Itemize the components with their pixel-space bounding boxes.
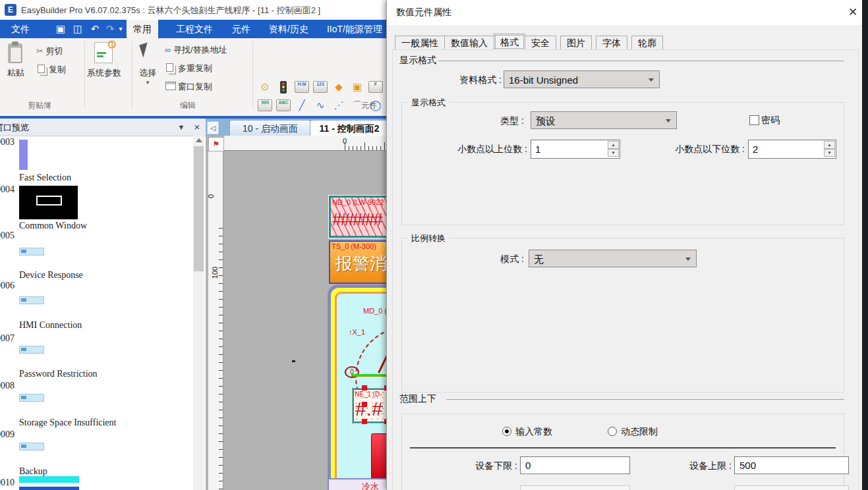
digits-right-spinner[interactable]: 2 ▲▼: [748, 140, 836, 159]
combo-button-icon[interactable]: ▣: [349, 79, 365, 95]
canvas-tab-startup[interactable]: 10 - 启动画面: [229, 120, 311, 136]
window-thumbnail[interactable]: [19, 248, 44, 256]
undo-icon[interactable]: ↶: [87, 20, 103, 38]
digits-left-spinner[interactable]: 1 ▲▼: [531, 140, 620, 159]
selection-handle[interactable]: [362, 419, 367, 424]
tab-profile[interactable]: 轮廓: [631, 36, 663, 50]
panel-collapse-icon[interactable]: ▼: [175, 121, 187, 133]
range-header: 范围上下: [399, 393, 436, 405]
ribbon-tab-iiot[interactable]: IIoT/能源管理: [318, 20, 391, 38]
input-low-input: 0.00: [520, 485, 630, 490]
system-params-icon[interactable]: ⚙: [94, 42, 113, 63]
panel-close-icon[interactable]: ×: [191, 121, 203, 133]
paste-button[interactable]: 粘贴: [3, 67, 29, 79]
paste-icon[interactable]: [8, 43, 22, 63]
window-thumbnail[interactable]: [19, 394, 44, 402]
multi-copy-icon: [166, 63, 173, 72]
traffic-light-icon[interactable]: [275, 79, 291, 95]
ribbon-tab-objects[interactable]: 元件: [223, 20, 260, 38]
meter-baseline: [351, 374, 388, 377]
mode-select[interactable]: 无: [529, 250, 697, 267]
scroll-up-icon[interactable]: [196, 138, 202, 142]
ascii-display-icon[interactable]: ABC: [275, 97, 291, 113]
data-format-select[interactable]: 16-bit Unsigned: [504, 70, 660, 88]
edit-group-label: 编辑: [168, 100, 208, 111]
tab-general[interactable]: 一般属性: [395, 36, 445, 50]
app-window: E EasyBuilder Pro V6.07.02.375s : 云林六个头蚀…: [0, 0, 868, 490]
find-replace-icon: ∞: [165, 45, 171, 55]
tab-numeric-input[interactable]: 数值输入: [444, 36, 494, 50]
lamp-icon[interactable]: ⊙: [257, 79, 273, 95]
freeform-icon[interactable]: ∿: [312, 97, 328, 113]
tab-security[interactable]: 安全: [525, 36, 556, 50]
password-checkbox[interactable]: [749, 115, 759, 125]
ribbon-tab-data[interactable]: 资料/历史: [260, 20, 318, 38]
type-select[interactable]: 预设: [531, 111, 677, 129]
ribbon-tab-project[interactable]: 工程文件: [166, 20, 223, 38]
data-format-label: 资料格式 :: [422, 74, 502, 86]
spin-down-icon[interactable]: ▼: [824, 149, 835, 157]
display-format-group: 显示格式 类型 : 预设 密码 小数点以上位数 : 1 ▲▼ 小数点以下位数 :…: [401, 102, 844, 225]
tab-format[interactable]: 格式: [494, 34, 525, 50]
system-params-button[interactable]: 系统参数: [86, 67, 123, 79]
corner-flag-icon[interactable]: ⚑: [208, 137, 224, 151]
export-icon[interactable]: ◫: [70, 20, 86, 38]
constant-radio[interactable]: [502, 427, 511, 436]
scaling-group-label: 比例转换: [408, 232, 449, 244]
qat-more-icon[interactable]: ▾: [115, 20, 126, 38]
cut-button[interactable]: ✂ 剪切: [36, 43, 63, 59]
window-thumbnail[interactable]: [19, 476, 79, 490]
preview-scrollbar[interactable]: [193, 136, 204, 490]
window-thumbnail[interactable]: [19, 346, 44, 354]
ribbon-tab-home[interactable]: 常用: [127, 20, 158, 38]
function-key-icon[interactable]: F: [368, 79, 384, 95]
select-button[interactable]: 选择: [134, 67, 161, 79]
window-name: Backup: [19, 466, 47, 477]
time-display-icon[interactable]: H:M: [294, 79, 310, 95]
preview-panel-header: 窗口预览 ▼ ×: [0, 119, 206, 136]
window-thumbnail[interactable]: [19, 140, 28, 170]
dynamic-radio-label: 动态限制: [621, 426, 658, 438]
spin-down-icon[interactable]: ▼: [608, 149, 619, 157]
selection-handle[interactable]: [362, 402, 367, 407]
polyline-icon[interactable]: ⋰: [331, 97, 347, 113]
multi-copy-button[interactable]: 多重复制: [178, 61, 212, 76]
dynamic-radio[interactable]: [608, 427, 617, 436]
select-dropdown-icon[interactable]: ▾: [134, 79, 161, 86]
find-replace-button[interactable]: ∞ 寻找/替换地址: [165, 42, 227, 58]
dialog-close-icon[interactable]: ✕: [844, 4, 861, 21]
spin-up-icon[interactable]: ▲: [608, 141, 619, 149]
right-edge-strip: [862, 0, 868, 490]
canvas-tab-control2[interactable]: 11 - 控制画面2: [310, 120, 389, 136]
select-cursor-icon[interactable]: [139, 42, 152, 57]
device-low-label: 设备下限 :: [451, 460, 517, 472]
hmi-numeric-display[interactable]: ND_0 (LW-9022 ######: [329, 196, 390, 238]
device-high-input[interactable]: 500: [734, 456, 849, 474]
tab-font[interactable]: 字体: [596, 36, 627, 50]
save-icon[interactable]: ▣: [53, 20, 69, 38]
device-low-input[interactable]: 0: [520, 456, 630, 474]
numeric-button-icon[interactable]: 123: [312, 79, 328, 95]
tab-nav-left-icon[interactable]: ◁: [207, 121, 219, 134]
selection-handle[interactable]: [362, 385, 367, 391]
clipboard-group-label: 剪贴簿: [20, 100, 59, 111]
window-copy-icon: [165, 82, 176, 90]
numeric-display-icon[interactable]: 999: [257, 97, 273, 113]
window-thumbnail[interactable]: [19, 443, 44, 450]
window-thumbnail[interactable]: [19, 186, 78, 219]
hmi-bottom-panel[interactable]: 冷水: [328, 478, 389, 490]
scrollbar-thumb[interactable]: [194, 146, 204, 271]
line-icon[interactable]: ╱: [294, 97, 310, 113]
hmi-meter-panel[interactable]: MD_0 (D- ↑X_1 0 NE_1 (D- #.#: [328, 285, 386, 490]
app-icon: E: [5, 4, 16, 16]
spin-up-icon[interactable]: ▲: [824, 141, 835, 149]
tab-picture[interactable]: 图片: [560, 36, 592, 50]
window-thumbnail[interactable]: [19, 296, 44, 304]
range-group: 输入常数 动态限制 设备下限 : 0 设备上限 : 500 输入下限 : 0.0…: [401, 414, 844, 490]
hmi-alarm-button[interactable]: TS_0 (M-300) 报警消: [329, 240, 389, 284]
copy-button[interactable]: 复制: [49, 62, 66, 78]
file-menu[interactable]: 文件: [0, 20, 41, 38]
window-copy-button[interactable]: 窗口复制: [178, 79, 212, 95]
hmi-selected-numeric[interactable]: NE_1 (D- #.#: [353, 389, 391, 423]
toggle-switch-icon[interactable]: ◆: [331, 79, 347, 95]
